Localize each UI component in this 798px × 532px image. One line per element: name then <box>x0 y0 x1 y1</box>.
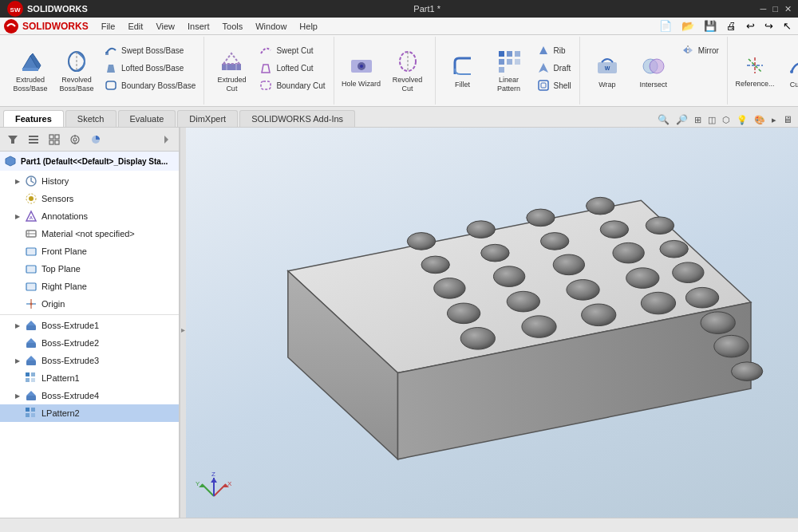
undo-icon[interactable]: ↩ <box>743 18 758 33</box>
svg-rect-90 <box>31 408 35 412</box>
annotations-expand-icon: ▶ <box>13 211 22 221</box>
tree-item-boss-extrude3[interactable]: ▶ Boss-Extrude3 <box>0 352 179 369</box>
tree-item-annotations[interactable]: ▶ A Annotations <box>0 207 179 225</box>
menu-item-edit[interactable]: Edit <box>121 20 149 33</box>
tree-item-material[interactable]: ▶ Material <not specified> <box>0 225 179 242</box>
part-header[interactable]: Part1 (Default<<Default>_Display Sta... <box>0 152 179 171</box>
list-view-button[interactable] <box>24 130 43 149</box>
svg-marker-128 <box>211 478 217 483</box>
mirror-button[interactable]: Mirror <box>678 41 722 59</box>
sidebar-collapse-handle[interactable]: ▸ <box>180 128 186 532</box>
extruded-cut-button[interactable]: ExtrudedCut <box>209 43 254 99</box>
extruded-cut-label: ExtrudedCut <box>217 76 246 93</box>
perspective-icon[interactable]: ⬡ <box>720 113 733 127</box>
linear-pattern-button[interactable]: Linear Pattern <box>487 43 531 99</box>
window-controls[interactable]: ─ □ ✕ <box>760 4 792 14</box>
revolved-boss-button[interactable]: RevolvedBoss/Base <box>54 43 99 99</box>
lofted-boss-button[interactable]: Lofted Boss/Base <box>101 59 199 77</box>
extruded-boss-button[interactable]: ExtrudedBoss/Base <box>8 43 53 99</box>
more-icon[interactable]: ▸ <box>769 113 779 127</box>
tree-item-right-plane[interactable]: ▶ Right Plane <box>0 278 179 295</box>
tree-item-lpattern1[interactable]: ▶ LPattern1 <box>0 369 179 387</box>
tab-addins[interactable]: SOLIDWORKS Add-Ins <box>239 110 355 127</box>
swept-boss-button[interactable]: Swept Boss/Base <box>101 41 199 59</box>
svg-point-108 <box>553 254 584 275</box>
menu-item-help[interactable]: Help <box>293 20 324 33</box>
wrap-button[interactable]: W Wrap <box>585 43 630 99</box>
menu-item-tools[interactable]: Tools <box>216 20 250 33</box>
minimize-btn[interactable]: ─ <box>760 4 767 14</box>
3d-model-view <box>186 128 798 532</box>
tab-features[interactable]: Features <box>3 110 64 127</box>
intersect-icon <box>641 53 666 79</box>
display-mode-icon[interactable]: ◫ <box>705 113 718 127</box>
tree-item-origin[interactable]: ▶ Origin <box>0 295 179 313</box>
grid-view-button[interactable] <box>45 130 64 149</box>
menu-item-insert[interactable]: Insert <box>181 20 216 33</box>
reference-label: Reference... <box>735 80 774 89</box>
close-btn[interactable]: ✕ <box>784 4 792 14</box>
toolbar-group-boss: ExtrudedBoss/Base RevolvedBoss/Base <box>3 37 204 104</box>
revolved-cut-button[interactable]: RevolvedCut <box>385 43 430 99</box>
save-icon[interactable]: 💾 <box>701 18 720 33</box>
boss-extrude1-label: Boss-Extrude1 <box>41 321 99 330</box>
tree-item-top-plane[interactable]: ▶ Top Plane <box>0 260 179 278</box>
menu-bar: SOLIDWORKS File Edit View Insert Tools W… <box>0 18 798 35</box>
maximize-btn[interactable]: □ <box>772 4 778 14</box>
tab-evaluate[interactable]: Evaluate <box>118 110 176 127</box>
pie-chart-button[interactable] <box>86 130 105 149</box>
wrap-label: Wrap <box>598 81 615 89</box>
boundary-boss-button[interactable]: Boundary Boss/Base <box>101 77 199 94</box>
boundary-cut-button[interactable]: Boundary Cut <box>255 77 328 94</box>
tree-item-boss-extrude4[interactable]: ▶ Boss-Extrude4 <box>0 387 179 404</box>
open-icon[interactable]: 📂 <box>678 18 697 33</box>
tab-sketch[interactable]: Sketch <box>65 110 117 127</box>
tree-item-front-plane[interactable]: ▶ Front Plane <box>0 242 179 260</box>
redo-icon[interactable]: ↪ <box>761 18 776 33</box>
view-options-icon[interactable]: ⊞ <box>692 113 704 127</box>
tab-dimxpert[interactable]: DimXpert <box>177 110 238 127</box>
menu-item-view[interactable]: View <box>149 20 181 33</box>
draft-button[interactable]: Draft <box>533 59 575 77</box>
mirror-icon <box>681 43 695 57</box>
filter-button[interactable] <box>3 130 22 149</box>
svg-point-122 <box>731 362 762 381</box>
cursor-icon[interactable]: ↖ <box>780 18 795 33</box>
svg-rect-31 <box>539 81 548 90</box>
viewport-canvas[interactable]: X Y Z <box>186 128 798 532</box>
reference-button[interactable]: Reference... <box>733 43 777 99</box>
fillet-button[interactable]: Fillet <box>440 43 485 99</box>
menu-item-window[interactable]: Window <box>249 20 293 33</box>
collapse-sidebar-button[interactable] <box>156 130 176 149</box>
svg-rect-22 <box>499 51 504 57</box>
svg-rect-10 <box>106 81 116 89</box>
svg-marker-12 <box>223 53 239 64</box>
svg-rect-49 <box>29 136 38 137</box>
tree-item-lpattern2[interactable]: ▶ LPattern2 <box>0 404 179 422</box>
lofted-cut-button[interactable]: Lofted Cut <box>255 59 328 77</box>
tree-item-boss-extrude1[interactable]: ▶ Boss-Extrude1 <box>0 317 179 334</box>
target-button[interactable] <box>65 130 85 149</box>
tree-item-sensors[interactable]: ▶ Sensors <box>0 190 179 207</box>
print-icon[interactable]: 🖨 <box>723 18 740 33</box>
hole-wizard-button[interactable]: Hole Wizard <box>339 43 384 99</box>
menu-item-file[interactable]: File <box>95 20 122 33</box>
shell-button[interactable]: Shell <box>533 77 575 94</box>
scene-icon[interactable]: 🎨 <box>752 113 768 127</box>
lighting-icon[interactable]: 💡 <box>734 113 750 127</box>
tree-item-boss-extrude2[interactable]: ▶ Boss-Extrude2 <box>0 334 179 352</box>
curves-button[interactable]: Curves <box>779 43 798 99</box>
new-icon[interactable]: 📄 <box>656 18 675 33</box>
top-plane-icon <box>24 262 38 276</box>
rib-button[interactable]: Rib <box>533 41 575 59</box>
shell-icon <box>536 78 551 93</box>
mirror-label: Mirror <box>698 46 719 55</box>
svg-marker-78 <box>26 321 36 325</box>
tree-item-history[interactable]: ▶ History <box>0 172 179 190</box>
zoom-icon[interactable]: 🔎 <box>674 112 690 127</box>
monitor-icon[interactable]: 🖥 <box>780 112 795 127</box>
intersect-button[interactable]: Intersect <box>631 43 676 99</box>
search-icon[interactable]: 🔍 <box>655 112 672 127</box>
svg-marker-15 <box>262 65 270 73</box>
swept-cut-button[interactable]: Swept Cut <box>255 41 328 59</box>
